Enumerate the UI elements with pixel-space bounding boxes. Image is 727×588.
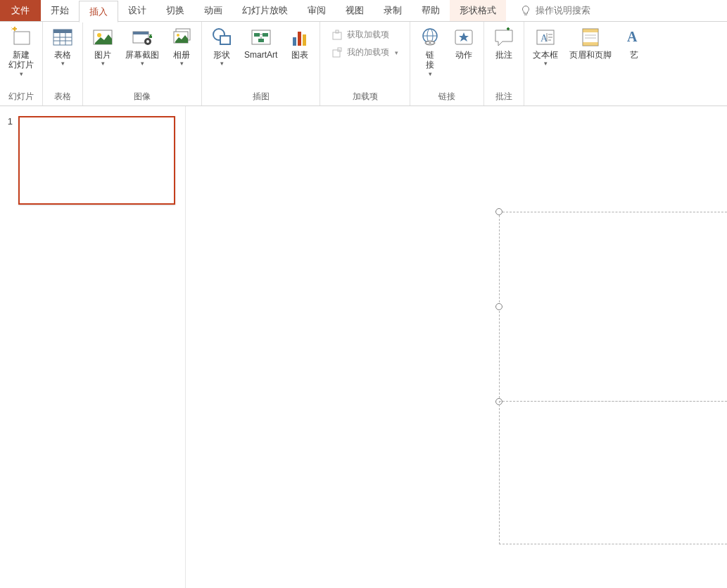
tab-insert[interactable]: 插入 (79, 1, 118, 23)
link-button[interactable]: 链 接 ▾ (415, 25, 445, 79)
dropdown-icon: ▾ (20, 70, 23, 78)
dropdown-icon: ▾ (101, 60, 105, 68)
chart-icon (289, 26, 311, 49)
slide-number: 1 (3, 116, 13, 127)
tab-home[interactable]: 开始 (41, 0, 79, 21)
header-footer-button[interactable]: 页眉和页脚 (565, 25, 616, 61)
tell-me-label: 操作说明搜索 (536, 4, 590, 17)
get-addins-button[interactable]: 获取加载项 (329, 27, 401, 42)
group-images: 图片 ▾ 屏幕截图 ▾ 相册 ▾ 图像 (83, 22, 202, 106)
main-area: 1 单击此 (0, 106, 727, 588)
action-button[interactable]: 动作 (448, 25, 479, 61)
tab-transitions[interactable]: 切换 (156, 0, 194, 21)
chart-button[interactable]: 图表 (284, 25, 315, 61)
slide-thumbnail-panel[interactable]: 1 (0, 106, 186, 588)
tell-me-search[interactable]: 操作说明搜索 (506, 0, 590, 21)
slide-canvas[interactable]: 单击此 (284, 116, 727, 588)
link-label: 链 接 (426, 50, 434, 70)
svg-point-17 (177, 34, 179, 37)
svg-rect-3 (53, 30, 72, 33)
group-links: 链 接 ▾ 动作 链接 (410, 22, 484, 106)
my-addins-button[interactable]: 我的加载项 ▾ (329, 45, 401, 60)
lightbulb-icon (520, 5, 531, 16)
wordart-icon: A (623, 26, 645, 49)
screenshot-label: 屏幕截图 (125, 50, 159, 60)
header-footer-icon (579, 26, 602, 49)
link-icon (419, 26, 441, 49)
group-text: A 文本框 ▾ 页眉和页脚 A 艺 (524, 22, 654, 106)
svg-rect-46 (583, 42, 598, 46)
group-images-label: 图像 (134, 91, 151, 104)
group-comments-label: 批注 (495, 91, 512, 104)
group-comments: 批注 批注 (484, 22, 524, 106)
album-button[interactable]: 相册 ▾ (166, 25, 197, 69)
addin-icon (331, 47, 343, 58)
wordart-label: 艺 (630, 50, 638, 60)
my-addins-label: 我的加载项 (347, 46, 389, 58)
dropdown-icon: ▾ (544, 60, 548, 68)
group-text-label (588, 93, 590, 104)
picture-icon (91, 26, 114, 49)
group-tables: 表格 ▾ 表格 (43, 22, 83, 106)
subtitle-placeholder[interactable]: 单击此 (499, 401, 727, 544)
dropdown-icon: ▾ (141, 60, 144, 68)
dropdown-icon: ▾ (395, 49, 398, 56)
smartart-icon (250, 26, 272, 49)
screenshot-icon (131, 26, 153, 49)
dropdown-icon: ▾ (180, 60, 184, 68)
group-addins-label: 加载项 (353, 91, 378, 104)
action-label: 动作 (455, 50, 472, 60)
ribbon: 新建 幻灯片 ▾ 幻灯片 表格 ▾ 表格 图片 ▾ (0, 22, 727, 106)
comment-label: 批注 (495, 50, 512, 60)
tab-review[interactable]: 审阅 (298, 0, 336, 21)
new-slide-label: 新建 幻灯片 (8, 50, 34, 70)
group-slides: 新建 幻灯片 ▾ 幻灯片 (0, 22, 43, 106)
album-label: 相册 (173, 50, 190, 60)
chart-label: 图表 (291, 50, 308, 60)
comment-button[interactable]: 批注 (488, 25, 519, 61)
tab-bar: 文件 开始 插入 设计 切换 动画 幻灯片放映 审阅 视图 录制 帮助 形状格式… (0, 0, 727, 22)
tab-slideshow[interactable]: 幻灯片放映 (232, 0, 298, 21)
wordart-button[interactable]: A 艺 (619, 25, 650, 61)
svg-rect-22 (263, 33, 268, 37)
comment-icon (493, 26, 515, 49)
tab-file[interactable]: 文件 (0, 0, 41, 21)
slide-thumbnail-row: 1 (0, 116, 185, 205)
header-footer-label: 页眉和页脚 (569, 50, 612, 60)
group-illustrations: 形状 ▾ SmartArt 图表 插图 (202, 22, 320, 106)
svg-rect-25 (298, 32, 301, 46)
table-icon (51, 26, 74, 49)
svg-rect-26 (303, 34, 306, 46)
group-illustrations-label: 插图 (253, 91, 270, 104)
title-placeholder[interactable] (499, 212, 727, 402)
picture-label: 图片 (94, 50, 111, 60)
smartart-button[interactable]: SmartArt (240, 25, 282, 61)
resize-handle[interactable] (495, 208, 502, 215)
picture-button[interactable]: 图片 ▾ (87, 25, 118, 69)
svg-rect-11 (133, 32, 148, 34)
store-icon (331, 30, 343, 41)
new-slide-icon (10, 26, 32, 49)
screenshot-button[interactable]: 屏幕截图 ▾ (121, 25, 163, 69)
new-slide-button[interactable]: 新建 幻灯片 ▾ (4, 25, 38, 79)
tab-record[interactable]: 录制 (374, 0, 412, 21)
tab-shape-format[interactable]: 形状格式 (450, 0, 506, 21)
tab-animations[interactable]: 动画 (194, 0, 232, 21)
textbox-button[interactable]: A 文本框 ▾ (529, 25, 562, 69)
get-addins-label: 获取加载项 (347, 29, 389, 41)
tab-design[interactable]: 设计 (118, 0, 156, 21)
svg-rect-45 (583, 29, 598, 32)
slide-1-thumbnail[interactable] (18, 116, 175, 205)
group-slides-label: 幻灯片 (8, 91, 34, 104)
shapes-icon (210, 26, 233, 49)
slide-canvas-area[interactable]: 单击此 (186, 106, 727, 588)
smartart-label: SmartArt (244, 50, 277, 60)
tab-view[interactable]: 视图 (336, 0, 374, 21)
table-button[interactable]: 表格 ▾ (47, 25, 78, 69)
svg-point-13 (146, 40, 149, 43)
shapes-button[interactable]: 形状 ▾ (206, 25, 237, 69)
resize-handle[interactable] (495, 303, 502, 310)
textbox-icon: A (534, 26, 557, 49)
svg-rect-24 (293, 37, 296, 46)
tab-help[interactable]: 帮助 (412, 0, 450, 21)
